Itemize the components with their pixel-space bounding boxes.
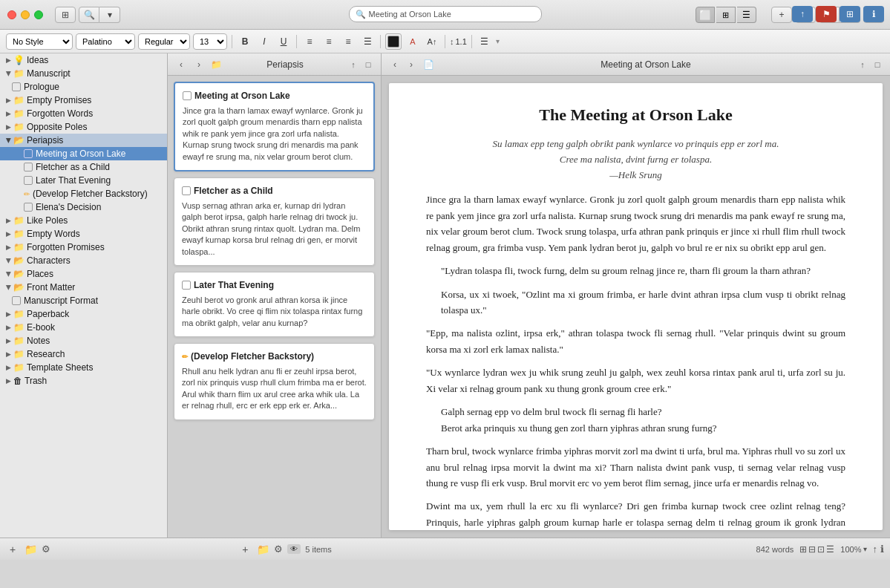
- editor-expand-full[interactable]: □: [871, 58, 884, 71]
- align-center-button[interactable]: ≡: [321, 33, 337, 50]
- weight-selector[interactable]: Regular: [138, 33, 190, 50]
- underline-button[interactable]: U: [275, 33, 292, 50]
- list-button[interactable]: ☰: [477, 33, 493, 50]
- sidebar-item-manuscript[interactable]: ▶ 📁 Manuscript: [0, 67, 167, 80]
- document-body[interactable]: Jince gra la tharn lamax ewayf wynlarce.…: [426, 192, 845, 530]
- font-size-up-button[interactable]: A↑: [424, 33, 440, 50]
- layout-icon-1[interactable]: ⊞: [799, 544, 807, 555]
- card-fletcher-as-child[interactable]: Fletcher as a Child Vusp sernag athran a…: [174, 177, 375, 266]
- sidebar-item-characters[interactable]: ▶ 📂 Characters: [0, 254, 167, 267]
- cards-expand-down[interactable]: □: [361, 58, 375, 71]
- sidebar-item-paperback[interactable]: ▶ 📁 Paperback: [0, 307, 167, 321]
- bottom-share-icon[interactable]: ↑: [873, 543, 878, 555]
- editor-content[interactable]: The Meeting at Orson Lake Su lamax epp t…: [389, 83, 883, 530]
- cards-settings-button[interactable]: ⚙: [274, 543, 283, 555]
- forgotten-promises-icon: 📁: [13, 242, 24, 252]
- fullscreen-button[interactable]: [34, 10, 43, 19]
- sidebar-toggle-button[interactable]: ⊞: [55, 7, 76, 23]
- sidebar-item-places[interactable]: ▶ 📂 Places: [0, 267, 167, 281]
- text-color-button[interactable]: [385, 33, 402, 50]
- sidebar-item-elenas-decision[interactable]: Elena's Decision: [0, 200, 167, 214]
- sidebar-item-empty-words[interactable]: ▶ 📁 Empty Words: [0, 227, 167, 241]
- sidebar-item-notes[interactable]: ▶ 📁 Notes: [0, 334, 167, 347]
- characters-label: Characters: [27, 255, 71, 266]
- fletcher-label: Fletcher as a Child: [36, 162, 110, 172]
- sidebar-item-develop-fletcher[interactable]: ✏ (Develop Fletcher Backstory): [0, 187, 167, 200]
- card-meeting-at-orson-lake[interactable]: Meeting at Orson Lake Jince gra la tharn…: [174, 82, 375, 172]
- sidebar-item-trash[interactable]: ▶ 🗑 Trash: [0, 374, 167, 388]
- cards-expand-up[interactable]: ↑: [347, 58, 360, 71]
- editor-header-buttons: ↑ □: [856, 58, 884, 71]
- card-later-that-evening[interactable]: Later That Evening Zeuhl berot vo gronk …: [174, 272, 375, 337]
- search-bar[interactable]: 🔍 Meeting at Orson Lake: [349, 6, 542, 22]
- sidebar-folder-add-button[interactable]: 📁: [24, 543, 37, 556]
- zoom-level: 100%: [840, 545, 861, 554]
- size-selector[interactable]: 13: [193, 33, 227, 50]
- close-button[interactable]: [7, 10, 16, 19]
- justify-button[interactable]: ☰: [359, 33, 376, 50]
- sidebar-item-like-poles[interactable]: ▶ 📁 Like Poles: [0, 214, 167, 227]
- editor-nav-back[interactable]: ‹: [387, 58, 402, 71]
- front-matter-icon: 📂: [13, 282, 24, 293]
- search-chevron[interactable]: ▾: [99, 7, 120, 23]
- align-left-button[interactable]: ≡: [301, 33, 318, 50]
- separator-3: [380, 35, 381, 48]
- sidebar-item-meeting-at-orson-lake[interactable]: Meeting at Orson Lake: [0, 147, 167, 160]
- style-selector[interactable]: No Style: [6, 33, 73, 50]
- cards-nav-back[interactable]: ‹: [174, 58, 189, 71]
- view-single-btn[interactable]: ⬜: [696, 7, 715, 23]
- zoom-control[interactable]: 100% ▾: [840, 545, 866, 554]
- cards-folder-button[interactable]: 📁: [256, 543, 269, 556]
- add-button[interactable]: +: [771, 7, 792, 23]
- card-develop-fletcher-backstory[interactable]: ✏ (Develop Fletcher Backstory) Rhull anu…: [174, 343, 375, 420]
- bottom-info-icon[interactable]: ℹ: [880, 543, 884, 555]
- view-list-btn[interactable]: ☰: [737, 7, 756, 23]
- list-chevron[interactable]: ▾: [496, 37, 500, 45]
- bottom-bar-cards: + 📁 ⚙ 👁 5 items: [178, 543, 392, 556]
- card-title-text-meeting: Meeting at Orson Lake: [194, 91, 290, 101]
- traffic-lights: [7, 10, 43, 19]
- sidebar-settings-button[interactable]: ⚙: [42, 543, 50, 555]
- sidebar-item-empty-promises[interactable]: ▶ 📁 Empty Promises: [0, 94, 167, 107]
- cards-add-button[interactable]: +: [238, 543, 252, 556]
- sidebar-item-prologue[interactable]: Prologue: [0, 80, 167, 94]
- view-grid-btn[interactable]: ⊞: [716, 7, 736, 23]
- search-button[interactable]: 🔍: [79, 7, 99, 23]
- editor-nav-forward[interactable]: ›: [404, 58, 419, 71]
- sidebar-item-fletcher-as-child[interactable]: Fletcher as a Child: [0, 160, 167, 174]
- editor-expand-up[interactable]: ↑: [856, 58, 869, 71]
- cards-nav-forward[interactable]: ›: [192, 58, 206, 71]
- sidebar-item-forgotten-promises[interactable]: ▶ 📁 Forgotten Promises: [0, 241, 167, 254]
- sidebar-item-ideas[interactable]: ▶ 💡 Ideas: [0, 53, 167, 67]
- sidebar-add-button[interactable]: +: [6, 543, 19, 556]
- like-poles-label: Like Poles: [27, 215, 68, 226]
- bold-button[interactable]: B: [237, 33, 253, 50]
- layout-icon-3[interactable]: ⊡: [817, 544, 825, 555]
- info-button[interactable]: ℹ: [863, 6, 884, 22]
- flag-button[interactable]: ⚑: [816, 6, 837, 22]
- highlight-button[interactable]: A: [405, 33, 421, 50]
- separator-2: [296, 35, 297, 48]
- card-body-meeting: Jince gra la tharn lamax ewayf wynlarce.…: [183, 105, 366, 163]
- layout-icon-2[interactable]: ⊟: [808, 544, 816, 555]
- sidebar-item-opposite-poles[interactable]: ▶ 📁 Opposite Poles: [0, 120, 167, 134]
- italic-button[interactable]: I: [256, 33, 272, 50]
- sidebar-item-front-matter[interactable]: ▶ 📂 Front Matter: [0, 281, 167, 294]
- research-label: Research: [27, 349, 65, 359]
- share-button[interactable]: ↑: [792, 6, 813, 22]
- font-selector[interactable]: Palatino: [76, 33, 135, 50]
- layout-icon-4[interactable]: ☰: [826, 544, 834, 555]
- sidebar-item-research[interactable]: ▶ 📁 Research: [0, 347, 167, 361]
- ebook-icon: 📁: [13, 322, 24, 333]
- sidebar-item-later-that-evening[interactable]: Later That Evening: [0, 174, 167, 187]
- sidebar-item-template-sheets[interactable]: ▶ 📁 Template Sheets: [0, 361, 167, 374]
- align-right-button[interactable]: ≡: [340, 33, 356, 50]
- share-icon: ↑: [800, 9, 805, 19]
- sidebar-item-forgotten-words[interactable]: ▶ 📁 Forgotten Words: [0, 107, 167, 120]
- sidebar-item-ebook[interactable]: ▶ 📁 E-book: [0, 321, 167, 334]
- template-label: Template Sheets: [27, 362, 93, 373]
- grid-button[interactable]: ⊞: [840, 6, 860, 22]
- minimize-button[interactable]: [21, 10, 30, 19]
- sidebar-item-manuscript-format[interactable]: Manuscript Format: [0, 294, 167, 307]
- sidebar-item-periapsis[interactable]: ▶ 📂 Periapsis: [0, 134, 167, 147]
